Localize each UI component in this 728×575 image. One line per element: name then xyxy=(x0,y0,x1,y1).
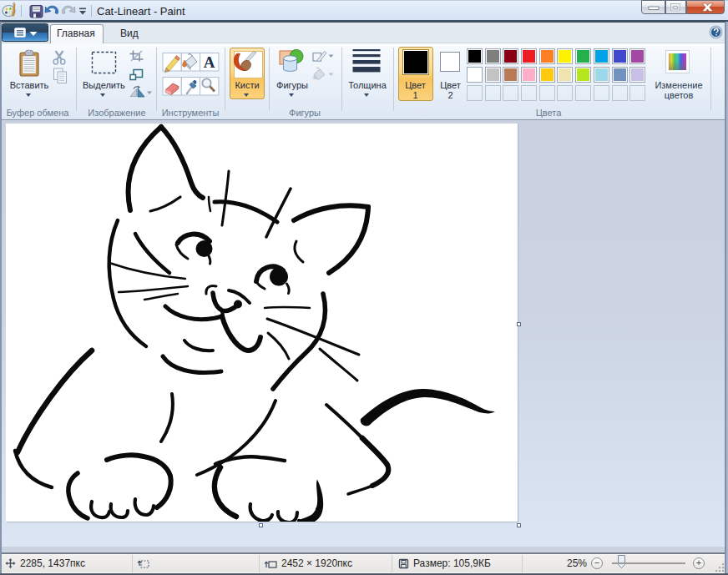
svg-text:A: A xyxy=(204,53,215,71)
